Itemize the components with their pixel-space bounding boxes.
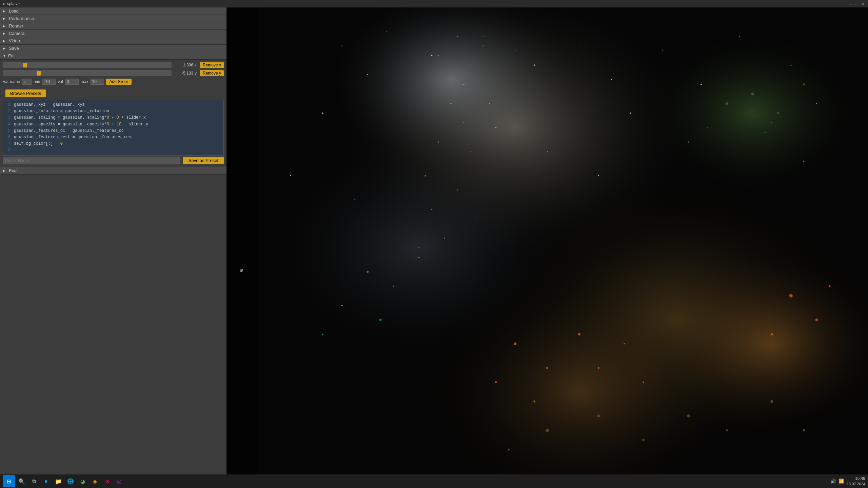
val-input[interactable] xyxy=(65,79,79,85)
app3-icon[interactable]: ⊛ xyxy=(102,476,113,487)
svg-point-10 xyxy=(431,55,432,56)
start-button[interactable]: ⊞ xyxy=(3,475,15,487)
section-save[interactable]: ▶ Save xyxy=(0,45,226,52)
svg-point-39 xyxy=(322,333,323,335)
svg-point-54 xyxy=(470,65,471,65)
code-line-3: 3 gaussian._scaling = gaussian._scaling*… xyxy=(5,115,221,121)
svg-point-71 xyxy=(463,122,465,123)
svg-point-65 xyxy=(687,414,690,418)
point-cloud-background: ⊕ xyxy=(226,7,868,488)
browse-presets-button[interactable]: Browse Presets xyxy=(5,89,46,97)
app1-icon[interactable]: ◕ xyxy=(77,476,88,487)
minimize-button[interactable]: — xyxy=(848,1,853,6)
svg-point-21 xyxy=(816,103,817,104)
svg-point-33 xyxy=(803,161,804,162)
svg-point-51 xyxy=(533,401,535,403)
task-view-button[interactable]: ⧉ xyxy=(28,476,39,487)
line-num-4: 4 xyxy=(5,121,11,128)
svg-point-27 xyxy=(688,142,689,143)
performance-label: Performance xyxy=(9,16,34,21)
code-text-6: gaussian._features_rest = gaussian._feat… xyxy=(14,134,134,141)
svg-point-26 xyxy=(630,113,631,114)
remove-y-button[interactable]: Remove y xyxy=(200,70,224,76)
code-line-7: 7 self.bg_color[:] = 0 xyxy=(5,141,221,147)
svg-point-70 xyxy=(450,103,452,104)
svg-point-79 xyxy=(418,247,419,248)
svg-point-15 xyxy=(579,41,580,41)
svg-point-76 xyxy=(431,209,432,210)
svg-point-69 xyxy=(803,429,805,431)
svg-point-81 xyxy=(815,319,818,321)
chrome-icon[interactable]: 🌐 xyxy=(65,476,76,487)
app-title: splatviz xyxy=(7,1,21,6)
svg-point-80 xyxy=(789,294,793,298)
close-button[interactable]: ✕ xyxy=(861,1,865,6)
min-label: min xyxy=(34,79,40,84)
main-layout: ▶ Load ▶ Performance ▶ Render ▶ Camera ▶… xyxy=(0,7,868,488)
slider-x-track[interactable] xyxy=(3,62,172,68)
svg-point-12 xyxy=(367,74,368,75)
code-line-2: 2 gaussian._rotation = gaussian._rotatio… xyxy=(5,108,221,115)
app-icon: ● xyxy=(3,2,5,6)
save-preset-button[interactable]: Save as Preset xyxy=(183,157,224,164)
svg-point-11 xyxy=(483,36,484,37)
search-button[interactable]: 🔍 xyxy=(16,476,27,487)
svg-point-75 xyxy=(457,189,458,190)
svg-point-41 xyxy=(777,112,779,114)
scene-svg: ⊕ xyxy=(226,7,868,488)
video-arrow: ▶ xyxy=(3,39,7,43)
edit-content: 1.396 x Remove x -5.133 y Remove y Var n… xyxy=(0,60,226,167)
section-edit-header[interactable]: ▼ Edit xyxy=(0,52,226,60)
svg-point-16 xyxy=(611,79,612,80)
min-input[interactable] xyxy=(42,79,56,85)
svg-point-42 xyxy=(726,102,728,105)
varname-input[interactable] xyxy=(22,79,32,85)
code-editor[interactable]: 1 gaussian._xyz = gaussian._xyz 2 gaussi… xyxy=(3,100,224,156)
max-input[interactable] xyxy=(91,79,104,85)
svg-point-67 xyxy=(726,429,728,431)
svg-text:⊕: ⊕ xyxy=(239,267,243,273)
svg-point-48 xyxy=(578,333,580,336)
explorer-icon[interactable]: 📁 xyxy=(53,476,64,487)
svg-point-52 xyxy=(624,343,625,345)
maximize-button[interactable]: □ xyxy=(854,1,859,6)
svg-point-23 xyxy=(406,142,407,142)
code-text-3: gaussian._scaling = gaussian._scaling*0 … xyxy=(14,115,146,121)
svg-point-57 xyxy=(496,75,496,75)
section-load[interactable]: ▶ Load xyxy=(0,7,226,15)
section-eval[interactable]: ▶ Eval xyxy=(0,167,226,175)
app2-icon[interactable]: ◈ xyxy=(90,476,100,487)
performance-arrow: ▶ xyxy=(3,17,7,20)
render-label: Render xyxy=(9,23,23,28)
svg-point-34 xyxy=(367,271,369,273)
app4-icon[interactable]: ◎ xyxy=(114,476,125,487)
save-label: Save xyxy=(9,46,19,51)
varname-label: Var name xyxy=(3,79,20,84)
svg-point-19 xyxy=(739,36,740,37)
volume-icon: 📶 xyxy=(839,479,844,484)
section-video[interactable]: ▶ Video xyxy=(0,37,226,45)
slider-y-track[interactable] xyxy=(3,70,172,76)
viewport[interactable]: ⊕ xyxy=(226,7,868,488)
load-arrow: ▶ xyxy=(3,9,7,13)
svg-point-74 xyxy=(425,175,426,177)
preset-name-input[interactable] xyxy=(3,157,180,164)
slider-x-thumb[interactable] xyxy=(23,63,27,67)
line-num-3: 3 xyxy=(5,115,11,121)
slider-y-thumb[interactable] xyxy=(37,71,41,76)
edge-icon[interactable]: e xyxy=(41,476,52,487)
svg-point-43 xyxy=(803,83,805,85)
code-line-6: 6 gaussian._features_rest = gaussian._fe… xyxy=(5,134,221,141)
section-performance[interactable]: ▶ Performance xyxy=(0,15,226,22)
section-camera[interactable]: ▶ Camera xyxy=(0,30,226,37)
section-render[interactable]: ▶ Render xyxy=(0,22,226,30)
svg-point-72 xyxy=(437,141,439,143)
remove-x-button[interactable]: Remove x xyxy=(200,62,224,68)
clock: 16:49 13.07.2024 xyxy=(847,476,865,486)
add-slider-button[interactable]: Add Slider xyxy=(106,79,132,85)
camera-arrow: ▶ xyxy=(3,32,7,35)
svg-point-22 xyxy=(322,113,323,114)
svg-point-46 xyxy=(514,343,516,345)
svg-point-78 xyxy=(444,238,445,239)
svg-point-44 xyxy=(765,131,766,133)
